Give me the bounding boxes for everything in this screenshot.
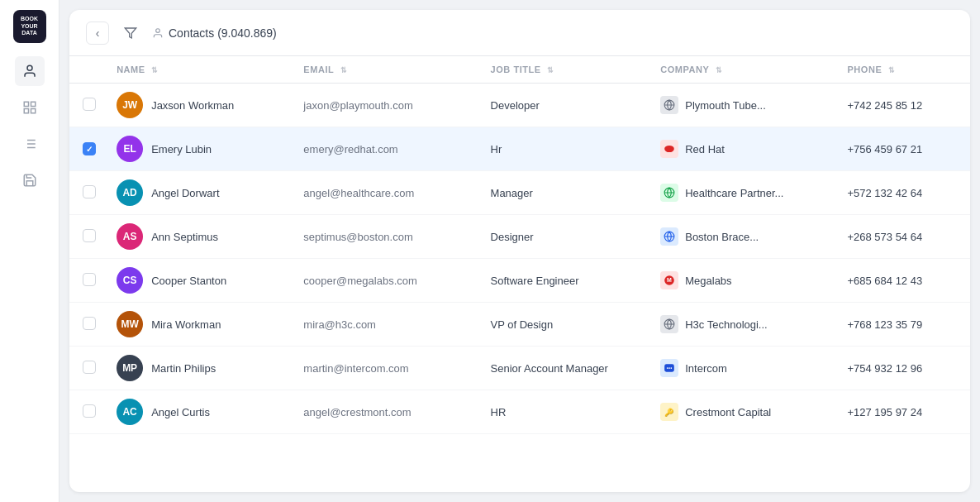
table-header-row: NAME ⇅ EMAIL ⇅ JOB TITLE ⇅ COMPANY ⇅ bbox=[69, 56, 970, 84]
svg-point-12 bbox=[156, 28, 160, 32]
sidebar-item-grid[interactable] bbox=[15, 93, 45, 122]
row-name: CSCooper Stanton bbox=[103, 259, 290, 303]
header-phone[interactable]: PHONE ⇅ bbox=[834, 56, 970, 84]
svg-point-0 bbox=[27, 65, 32, 70]
contacts-table: NAME ⇅ EMAIL ⇅ JOB TITLE ⇅ COMPANY ⇅ bbox=[69, 56, 970, 434]
svg-point-15 bbox=[664, 146, 674, 152]
company-sort-icon: ⇅ bbox=[716, 66, 723, 74]
row-phone: +754 932 12 96 bbox=[834, 347, 970, 390]
table-row[interactable]: CSCooper Stantoncooper@megalabs.comSoftw… bbox=[69, 259, 970, 303]
logo[interactable]: BOOKYOURDATA bbox=[13, 10, 46, 43]
svg-rect-3 bbox=[24, 109, 28, 113]
row-phone: +768 123 35 79 bbox=[834, 303, 970, 347]
row-job-title: Developer bbox=[478, 84, 648, 127]
sidebar-item-contacts[interactable] bbox=[15, 56, 45, 86]
row-checkbox[interactable] bbox=[83, 98, 96, 111]
svg-point-26 bbox=[668, 367, 670, 369]
svg-rect-1 bbox=[24, 102, 28, 106]
avatar: JW bbox=[117, 92, 143, 118]
avatar: AD bbox=[117, 179, 143, 206]
sidebar-item-list[interactable] bbox=[15, 129, 45, 159]
jobtitle-sort-icon: ⇅ bbox=[547, 66, 554, 74]
company-logo bbox=[660, 96, 678, 114]
email-sort-icon: ⇅ bbox=[340, 66, 348, 74]
row-job-title: Designer bbox=[478, 215, 648, 259]
avatar: AS bbox=[117, 223, 143, 250]
header-email[interactable]: EMAIL ⇅ bbox=[290, 56, 477, 84]
table-row[interactable]: JWJaxson Workmanjaxon@playmouth.comDevel… bbox=[69, 84, 970, 127]
row-phone: +742 245 85 12 bbox=[834, 84, 970, 127]
table-row[interactable]: ACAngel Curtisangel@crestmont.comHR🔑Cres… bbox=[69, 390, 970, 434]
row-email: angel@healthcare.com bbox=[290, 171, 477, 215]
row-job-title: Senior Account Manager bbox=[478, 347, 648, 390]
row-company: Red Hat bbox=[647, 127, 834, 171]
row-checkbox-cell[interactable] bbox=[69, 347, 103, 390]
table-row[interactable]: ASAnn Septimusseptimus@boston.comDesigne… bbox=[69, 215, 970, 259]
row-name: ACAngel Curtis bbox=[103, 390, 290, 434]
table-row[interactable]: ADAngel Dorwartangel@healthcare.comManag… bbox=[69, 171, 970, 215]
row-name: ELEmery Lubin bbox=[103, 127, 290, 171]
row-company: H3c Technologi... bbox=[647, 303, 834, 347]
row-company: Boston Brace... bbox=[647, 215, 834, 259]
main-panel: ‹ Contacts (9.040.869) NAME ⇅ EMAIL ⇅ bbox=[69, 10, 970, 492]
phone-sort-icon: ⇅ bbox=[888, 66, 896, 74]
table-row[interactable]: MWMira Workmanmira@h3c.comVP of DesignH3… bbox=[69, 303, 970, 347]
sidebar-item-save[interactable] bbox=[15, 165, 45, 195]
header-checkbox-cell bbox=[69, 56, 103, 84]
row-name: MPMartin Philips bbox=[103, 347, 290, 390]
sidebar: BOOKYOURDATA bbox=[0, 0, 59, 502]
company-logo bbox=[660, 140, 678, 158]
back-button[interactable]: ‹ bbox=[86, 22, 109, 45]
row-email: angel@crestmont.com bbox=[290, 390, 477, 434]
contacts-count-label: Contacts (9.040.869) bbox=[169, 26, 277, 40]
company-logo bbox=[660, 184, 678, 202]
contacts-table-container[interactable]: NAME ⇅ EMAIL ⇅ JOB TITLE ⇅ COMPANY ⇅ bbox=[69, 56, 970, 492]
topbar: ‹ Contacts (9.040.869) bbox=[69, 10, 970, 56]
row-name: MWMira Workman bbox=[103, 303, 290, 347]
header-job-title[interactable]: JOB TITLE ⇅ bbox=[478, 56, 648, 84]
row-job-title: Manager bbox=[478, 171, 648, 215]
row-checkbox[interactable] bbox=[83, 404, 96, 418]
row-job-title: VP of Design bbox=[478, 303, 648, 347]
table-row[interactable]: MPMartin Philipsmartin@intercom.comSenio… bbox=[69, 347, 970, 390]
svg-marker-11 bbox=[125, 28, 136, 38]
row-checkbox-cell[interactable] bbox=[69, 215, 103, 259]
row-phone: +127 195 97 24 bbox=[834, 390, 970, 434]
row-checkbox-cell[interactable] bbox=[69, 127, 103, 171]
header-name[interactable]: NAME ⇅ bbox=[103, 56, 290, 84]
row-checkbox-cell[interactable] bbox=[69, 259, 103, 303]
row-job-title: Hr bbox=[478, 127, 648, 171]
row-checkbox[interactable] bbox=[83, 361, 96, 374]
company-logo: 🔑 bbox=[660, 403, 678, 421]
contacts-breadcrumb: Contacts (9.040.869) bbox=[152, 26, 277, 40]
row-checkbox-cell[interactable] bbox=[69, 390, 103, 434]
header-company[interactable]: COMPANY ⇅ bbox=[647, 56, 834, 84]
svg-text:🔑: 🔑 bbox=[664, 408, 674, 418]
row-checkbox[interactable] bbox=[83, 229, 96, 242]
row-company: 🔑Crestmont Capital bbox=[647, 390, 834, 434]
row-phone: +685 684 12 43 bbox=[834, 259, 970, 303]
row-company: MMegalabs bbox=[647, 259, 834, 303]
row-phone: +572 132 42 64 bbox=[834, 171, 970, 215]
row-checkbox-cell[interactable] bbox=[69, 84, 103, 127]
filter-button[interactable] bbox=[119, 22, 142, 45]
row-checkbox[interactable] bbox=[83, 185, 96, 198]
row-name: ASAnn Septimus bbox=[103, 215, 290, 259]
row-checkbox-cell[interactable] bbox=[69, 303, 103, 347]
row-checkbox[interactable] bbox=[83, 273, 96, 286]
row-checkbox-cell[interactable] bbox=[69, 171, 103, 215]
avatar: MW bbox=[117, 311, 143, 337]
row-email: cooper@megalabs.com bbox=[290, 259, 477, 303]
avatar: EL bbox=[117, 136, 143, 162]
row-company: Healthcare Partner... bbox=[647, 171, 834, 215]
row-checkbox[interactable] bbox=[83, 317, 96, 330]
row-company: Plymouth Tube... bbox=[647, 84, 834, 127]
row-checkbox[interactable] bbox=[83, 142, 96, 155]
avatar: CS bbox=[117, 267, 143, 294]
row-email: emery@redhat.com bbox=[290, 127, 477, 171]
row-name: JWJaxson Workman bbox=[103, 84, 290, 127]
company-logo bbox=[660, 359, 678, 377]
name-sort-icon: ⇅ bbox=[151, 66, 159, 74]
table-row[interactable]: ELEmery Lubinemery@redhat.comHrRed Hat+7… bbox=[69, 127, 970, 171]
company-logo bbox=[660, 315, 678, 333]
